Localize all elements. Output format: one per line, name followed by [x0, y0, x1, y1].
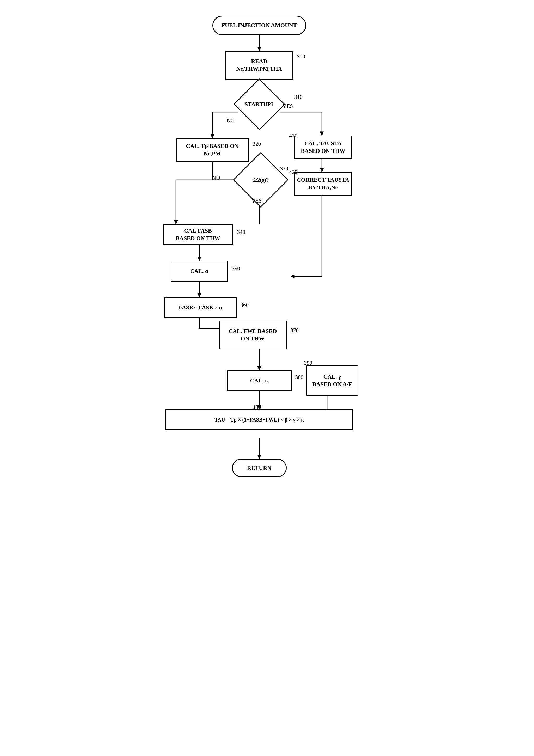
no-label-330: NO: [212, 175, 220, 181]
svg-marker-25: [198, 293, 201, 297]
yes-label-310: YES: [283, 103, 293, 110]
svg-marker-6: [211, 134, 214, 138]
node-310: STARTUP?: [231, 90, 288, 119]
svg-marker-39: [257, 455, 261, 459]
start-node: FUEL INJECTION AMOUNT: [212, 16, 306, 35]
node-340: CAL.FASB BASED ON THW: [163, 224, 233, 245]
node-380-label: CAL. κ: [250, 377, 268, 385]
svg-marker-11: [320, 168, 324, 172]
no-label-310: NO: [227, 117, 234, 124]
svg-marker-9: [320, 132, 324, 136]
ref-350: 350: [232, 265, 240, 272]
node-390: CAL. γ BASED ON A/F: [306, 365, 358, 396]
node-410-label: CAL. TAUSTA BASED ON THW: [301, 140, 345, 154]
node-320: CAL. Tp BASED ON Ne,PM: [176, 138, 249, 162]
svg-marker-20: [174, 220, 178, 224]
node-390-label: CAL. γ BASED ON A/F: [312, 373, 352, 388]
node-350-label: CAL. α: [190, 267, 208, 275]
node-420-label: CORRECT TAUSTA BY THA,Ne: [297, 176, 349, 191]
ref-370: 370: [291, 327, 299, 334]
node-300-label: READ Ne,THW,PM,THA: [236, 58, 282, 72]
flowchart: FUEL INJECTION AMOUNT READ Ne,THW,PM,THA…: [150, 11, 385, 740]
node-330-label: t≥2(s)?: [252, 176, 269, 183]
svg-marker-23: [198, 257, 201, 261]
node-410: CAL. TAUSTA BASED ON THW: [295, 136, 352, 159]
node-370: CAL. FWL BASED ON THW: [219, 321, 287, 349]
return-node: RETURN: [232, 459, 287, 477]
node-380: CAL. κ: [227, 370, 292, 391]
ref-320: 320: [253, 141, 261, 147]
ref-410: 410: [289, 132, 298, 139]
ref-340: 340: [237, 229, 246, 235]
ref-380: 380: [295, 374, 304, 381]
node-370-label: CAL. FWL BASED ON THW: [228, 327, 277, 342]
node-320-label: CAL. Tp BASED ON Ne,PM: [186, 142, 238, 157]
ref-360: 360: [241, 302, 249, 309]
svg-marker-17: [291, 275, 295, 278]
ref-400: 400: [253, 404, 261, 411]
node-420: CORRECT TAUSTA BY THA,Ne: [295, 172, 352, 196]
svg-marker-1: [257, 47, 261, 51]
node-360-label: FASB←FASB × α: [179, 304, 222, 311]
ref-390: 390: [304, 360, 312, 366]
node-340-label: CAL.FASB BASED ON THW: [176, 227, 220, 242]
ref-330: 330: [280, 166, 288, 172]
node-300: READ Ne,THW,PM,THA: [226, 51, 293, 79]
node-400: TAU←Tp × (1+FASB+FWL) × β × γ × κ: [166, 409, 353, 430]
yes-label-330: YES: [252, 198, 262, 204]
node-310-label: STARTUP?: [245, 101, 274, 108]
ref-310: 310: [295, 94, 303, 100]
node-360: FASB←FASB × α: [164, 297, 237, 318]
svg-marker-32: [257, 366, 261, 370]
ref-420: 420: [289, 169, 298, 176]
ref-300: 300: [297, 53, 306, 60]
node-350: CAL. α: [171, 261, 228, 282]
node-400-label: TAU←Tp × (1+FASB+FWL) × β × γ × κ: [214, 416, 304, 423]
